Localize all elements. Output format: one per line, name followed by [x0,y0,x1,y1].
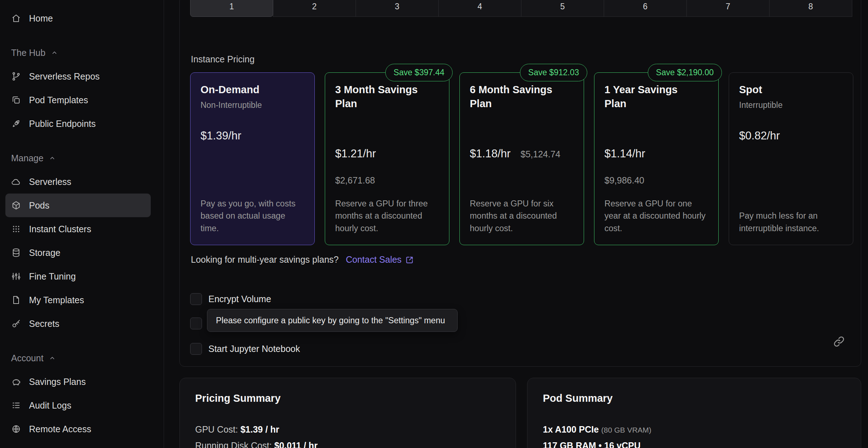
gpu-count-tab-5[interactable]: 5 [521,0,604,17]
public-key-tooltip: Please configure a public key by going t… [207,309,458,332]
gpu-count-tabs: 1 2 3 4 5 6 7 8 [190,0,852,17]
savings-badge: Save $2,190.00 [648,64,722,81]
encrypt-volume-label: Encrypt Volume [208,294,271,304]
sidebar-item-label: Instant Clusters [29,224,91,234]
pricing-card-on-demand[interactable]: On-Demand Non-Interruptible $1.39/hr Pay… [190,72,315,245]
card-price: $1.18/hr [470,147,511,160]
pricing-card-3-month[interactable]: Save $397.44 3 Month Savings Plan $1.21/… [325,72,449,245]
sidebar-item-label: Audit Logs [29,400,71,411]
sidebar-item-pod-templates[interactable]: Pod Templates [5,88,151,112]
card-title: On-Demand [201,83,304,97]
globe-icon [11,424,21,434]
encrypt-volume-checkbox[interactable] [190,293,202,305]
gpu-count-tab-6[interactable]: 6 [604,0,687,17]
encrypt-volume-row: Encrypt Volume [190,293,271,305]
key-icon [11,319,21,329]
multi-year-question: Looking for multi-year savings plans? [191,254,339,265]
jupyter-label: Start Jupyter Notebook [208,344,300,354]
sidebar-section-account[interactable]: Account [0,346,164,370]
pricing-cards: On-Demand Non-Interruptible $1.39/hr Pay… [190,72,853,245]
sidebar-item-serverless-repos[interactable]: Serverless Repos [5,65,151,88]
pricing-summary-title: Pricing Summary [195,392,500,404]
jupyter-checkbox[interactable] [190,343,202,355]
sidebar-item-label: Savings Plans [29,377,86,387]
gpu-count-tab-3[interactable]: 3 [356,0,439,17]
card-price: $1.39/hr [201,129,241,142]
sidebar-item-secrets[interactable]: Secrets [5,312,151,335]
sidebar-item-label: My Templates [29,295,84,305]
pod-specs-value: 117 GB RAM • 16 vCPU [543,440,641,448]
sidebar-item-savings-plans[interactable]: Savings Plans [5,370,151,394]
section-label: The Hub [11,48,45,58]
pod-vram-value: (80 GB VRAM) [601,426,651,434]
card-price: $1.21/hr [335,147,376,160]
sidebar-item-label: Home [29,13,53,24]
rocket-icon [11,119,21,129]
contact-sales-link[interactable]: Contact Sales [346,254,415,265]
branch-icon [11,71,21,81]
sidebar-item-serverless[interactable]: Serverless [5,170,151,194]
link-icon[interactable] [833,335,845,348]
pricing-card-1-year[interactable]: Save $2,190.00 1 Year Savings Plan $1.14… [594,72,719,245]
sidebar-section-the-hub[interactable]: The Hub [0,41,164,65]
gpu-count-tab-4[interactable]: 4 [438,0,521,17]
cloud-icon [11,177,21,187]
piggy-bank-icon [11,377,21,387]
card-total-price: $5,124.74 [521,149,560,159]
card-price: $1.14/hr [604,147,645,160]
card-description: Reserve a GPU for one year at a discount… [604,197,709,235]
gpu-count-tab-8[interactable]: 8 [769,0,852,17]
pod-specs-line: 117 GB RAM • 16 vCPU [543,440,845,448]
ssh-key-row [190,318,202,329]
contact-sales-label: Contact Sales [346,254,402,265]
card-subtitle: Non-Interruptible [201,100,304,110]
section-label: Manage [11,153,43,163]
card-total-price: $2,671.68 [335,175,375,186]
disk-cost-value: $0.011 / hr [274,440,318,448]
sidebar-item-instant-clusters[interactable]: Instant Clusters [5,217,151,241]
gpu-count-tab-7[interactable]: 7 [686,0,770,17]
sidebar-item-label: Remote Access [29,424,91,434]
sidebar: Home The Hub Serverless Repos Pod Templa… [0,0,164,448]
pod-summary-title: Pod Summary [543,392,845,404]
card-price-row: $1.18/hr $5,124.74 [470,147,560,160]
cube-icon [11,200,21,210]
instance-pricing-title: Instance Pricing [191,54,255,65]
layers-copy-icon [11,95,21,105]
card-subtitle: Interruptible [739,100,843,110]
pod-gpu-line: 1x A100 PCIe (80 GB VRAM) [543,424,845,435]
pricing-card-spot[interactable]: Spot Interruptible $0.82/hr Pay much les… [729,72,853,245]
sidebar-item-pods[interactable]: Pods [5,194,151,217]
sidebar-item-fine-tuning[interactable]: Fine Tuning [5,264,151,288]
section-label: Account [11,353,43,363]
savings-badge: Save $912.03 [520,64,587,81]
sidebar-item-label: Pods [29,200,49,211]
sidebar-item-remote-access[interactable]: Remote Access [5,417,151,441]
card-title: Spot [739,83,843,97]
document-icon [11,295,21,305]
gpu-count-tab-1[interactable]: 1 [190,0,273,17]
card-title: 3 Month Savings Plan [335,83,425,111]
sidebar-item-audit-logs[interactable]: Audit Logs [5,394,151,417]
sidebar-item-label: Fine Tuning [29,271,76,282]
gpu-count-tab-2[interactable]: 2 [273,0,356,17]
sidebar-item-my-templates[interactable]: My Templates [5,288,151,312]
sidebar-item-label: Storage [29,248,61,258]
gpu-cost-value: $1.39 / hr [240,424,279,434]
sidebar-item-public-endpoints[interactable]: Public Endpoints [5,112,151,135]
database-icon [11,248,21,258]
disk-cost-line: Running Disk Cost: $0.011 / hr [195,440,500,448]
card-description: Pay much less for an interruptible insta… [739,210,844,235]
chevron-up-icon [48,154,56,162]
card-title: 1 Year Savings Plan [604,83,694,111]
sliders-icon [11,271,21,281]
ssh-key-checkbox[interactable] [190,318,202,329]
pricing-card-6-month[interactable]: Save $912.03 6 Month Savings Plan $1.18/… [459,72,584,245]
savings-badge: Save $397.44 [385,64,453,81]
deploy-config-panel: 1 2 3 4 5 6 7 8 Instance Pricing On-Dema… [179,0,861,367]
multi-year-row: Looking for multi-year savings plans? Co… [191,254,414,265]
sidebar-item-storage[interactable]: Storage [5,241,151,264]
sidebar-section-manage[interactable]: Manage [0,146,164,170]
disk-cost-label: Running Disk Cost: [195,440,272,448]
sidebar-item-home[interactable]: Home [5,6,151,30]
